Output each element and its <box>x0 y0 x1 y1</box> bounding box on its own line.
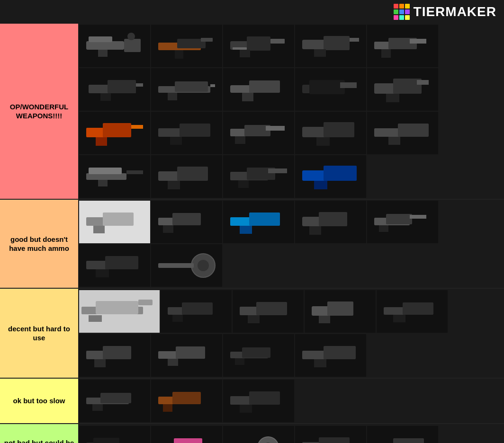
svg-rect-15 <box>324 36 350 50</box>
svg-rect-80 <box>240 226 252 234</box>
svg-rect-115 <box>168 359 178 366</box>
svg-rect-77 <box>163 225 173 233</box>
svg-rect-20 <box>381 49 391 58</box>
svg-rect-63 <box>177 167 208 181</box>
svg-rect-8 <box>201 38 213 42</box>
tier-items-b <box>78 289 504 378</box>
list-item <box>367 426 438 443</box>
logo-text: TiERMAKER <box>414 4 496 19</box>
logo-grid-icon <box>394 4 410 20</box>
svg-rect-96 <box>89 315 102 322</box>
svg-rect-16 <box>314 49 326 57</box>
tier-row-s: OP/WONDERFUL WEAPONS!!!! <box>0 24 504 200</box>
svg-rect-79 <box>249 213 280 226</box>
svg-rect-12 <box>270 39 285 44</box>
list-item <box>79 68 150 111</box>
tier-row-c: ok but too slow <box>0 379 504 424</box>
list-item <box>295 155 366 198</box>
svg-rect-117 <box>242 347 270 358</box>
list-item <box>295 426 366 443</box>
svg-rect-73 <box>103 213 134 226</box>
svg-rect-99 <box>182 302 213 315</box>
svg-rect-7 <box>175 50 183 59</box>
svg-rect-10 <box>247 36 270 51</box>
list-item <box>151 201 222 243</box>
list-item <box>79 201 150 243</box>
svg-rect-40 <box>417 80 429 85</box>
list-item <box>151 112 222 154</box>
list-item <box>233 290 304 333</box>
svg-rect-31 <box>249 80 280 93</box>
tier-label-a: good but doesn't have much ammo <box>0 200 78 288</box>
list-item <box>223 334 294 377</box>
svg-rect-11 <box>240 50 250 57</box>
svg-rect-54 <box>316 137 330 146</box>
list-item <box>79 426 150 443</box>
tier-row-a: good but doesn't have much ammo <box>0 200 504 289</box>
svg-rect-2 <box>98 50 108 57</box>
svg-rect-106 <box>319 316 330 323</box>
list-item <box>79 25 150 67</box>
svg-rect-53 <box>324 122 354 137</box>
list-item <box>295 25 366 67</box>
tier-label-b: decent but hard to use <box>0 289 78 378</box>
svg-rect-120 <box>324 346 356 359</box>
svg-rect-114 <box>176 346 205 359</box>
svg-rect-92 <box>158 263 194 268</box>
svg-rect-64 <box>168 181 180 189</box>
svg-point-93 <box>198 260 209 271</box>
tiermaker-app: TiERMAKER OP/WONDERFUL WEAPONS!!!! <box>0 0 504 443</box>
list-item <box>151 334 222 377</box>
svg-rect-74 <box>93 226 105 233</box>
header: TiERMAKER <box>0 0 504 24</box>
list-item <box>79 155 150 198</box>
svg-rect-112 <box>94 359 106 367</box>
list-item <box>295 112 366 154</box>
svg-rect-60 <box>98 180 108 186</box>
svg-rect-29 <box>210 84 215 87</box>
svg-rect-71 <box>314 181 327 189</box>
list-item <box>367 25 438 67</box>
svg-rect-118 <box>235 358 244 365</box>
tier-items-c <box>78 379 504 423</box>
svg-point-4 <box>127 33 135 40</box>
svg-rect-44 <box>131 125 143 129</box>
svg-rect-35 <box>307 94 319 103</box>
svg-rect-36 <box>340 82 357 88</box>
list-item <box>223 68 294 111</box>
list-item <box>79 380 150 422</box>
svg-rect-68 <box>268 168 287 173</box>
list-item <box>151 68 222 111</box>
svg-rect-39 <box>386 94 399 102</box>
svg-rect-13 <box>233 47 247 50</box>
list-item <box>223 380 294 422</box>
svg-rect-100 <box>172 315 183 322</box>
svg-rect-85 <box>386 214 412 224</box>
list-item <box>151 244 222 287</box>
tier-row-b: decent but hard to use <box>0 289 504 379</box>
svg-rect-57 <box>388 137 400 145</box>
list-item <box>223 25 294 67</box>
tier-items-s <box>78 24 504 199</box>
svg-rect-76 <box>172 213 201 225</box>
svg-rect-56 <box>398 124 429 137</box>
svg-rect-32 <box>242 93 253 101</box>
svg-rect-21 <box>410 39 426 44</box>
list-item <box>367 68 438 111</box>
tier-label-s: OP/WONDERFUL WEAPONS!!!! <box>0 24 78 199</box>
svg-rect-3 <box>89 36 112 42</box>
svg-rect-126 <box>172 392 201 404</box>
tier-label-d: not bad but could be better <box>0 424 78 443</box>
svg-rect-58 <box>86 173 126 180</box>
svg-rect-132 <box>93 438 119 443</box>
svg-rect-24 <box>100 93 111 101</box>
svg-rect-124 <box>92 404 103 411</box>
list-item <box>223 426 294 443</box>
svg-rect-108 <box>403 302 433 315</box>
svg-rect-25 <box>136 83 143 87</box>
list-item <box>79 290 160 333</box>
list-item <box>79 244 150 287</box>
svg-rect-89 <box>105 256 138 269</box>
svg-rect-121 <box>314 359 326 367</box>
svg-rect-67 <box>238 180 249 188</box>
